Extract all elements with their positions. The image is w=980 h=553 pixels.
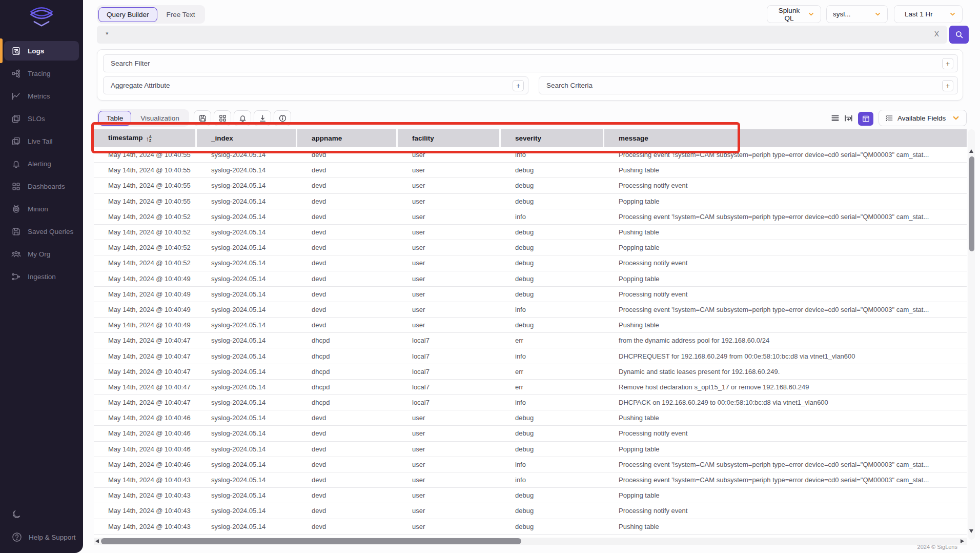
sidebar-item-live-tail[interactable]: Live Tail xyxy=(4,131,79,151)
table-cell: May 14th, 2024 @ 10:40:43 xyxy=(94,472,197,488)
save-query-button[interactable] xyxy=(194,110,211,126)
tab-query-builder[interactable]: Query Builder xyxy=(98,7,157,22)
time-range-dropdown[interactable]: Last 1 Hr xyxy=(894,5,963,23)
search-criteria-box[interactable]: Search Criteria + xyxy=(539,76,958,94)
wrap-line-view-button[interactable] xyxy=(844,113,853,123)
index-dropdown[interactable]: sysl... xyxy=(826,5,888,23)
table-row[interactable]: May 14th, 2024 @ 10:40:52syslog-2024.05.… xyxy=(94,209,967,225)
table-row[interactable]: May 14th, 2024 @ 10:40:55syslog-2024.05.… xyxy=(94,178,967,193)
query-language-dropdown[interactable]: Splunk QL xyxy=(767,5,821,23)
table-cell: devd xyxy=(297,225,398,240)
table-row[interactable]: May 14th, 2024 @ 10:40:47syslog-2024.05.… xyxy=(94,348,967,364)
table-row[interactable]: May 14th, 2024 @ 10:40:55syslog-2024.05.… xyxy=(94,147,967,163)
table-cell: May 14th, 2024 @ 10:40:46 xyxy=(94,442,197,457)
siglens-logo[interactable] xyxy=(0,3,83,30)
tab-visualization[interactable]: Visualization xyxy=(132,111,188,126)
horizontal-scrollbar[interactable] xyxy=(94,538,967,545)
run-search-button[interactable] xyxy=(949,26,969,44)
table-row[interactable]: May 14th, 2024 @ 10:40:43syslog-2024.05.… xyxy=(94,503,967,519)
column-header-index[interactable]: _index xyxy=(197,129,297,147)
add-criteria-button[interactable]: + xyxy=(942,80,953,91)
scroll-left-arrow-icon[interactable] xyxy=(95,539,99,543)
scroll-up-arrow-icon[interactable] xyxy=(969,149,973,153)
table-view-button[interactable] xyxy=(858,112,873,126)
table-row[interactable]: May 14th, 2024 @ 10:40:47syslog-2024.05.… xyxy=(94,333,967,348)
sidebar-item-help-support[interactable]: Help & Support xyxy=(0,531,76,543)
table-row[interactable]: May 14th, 2024 @ 10:40:47syslog-2024.05.… xyxy=(94,395,967,410)
search-input[interactable]: * X xyxy=(97,26,947,44)
column-header-facility[interactable]: facility xyxy=(398,129,501,147)
table-row[interactable]: May 14th, 2024 @ 10:40:49syslog-2024.05.… xyxy=(94,287,967,302)
sidebar-item-logs[interactable]: Logs xyxy=(4,41,79,61)
aggregate-attribute-box[interactable]: Aggregate Attribute + xyxy=(103,76,528,94)
table-row[interactable]: May 14th, 2024 @ 10:40:46syslog-2024.05.… xyxy=(94,426,967,441)
sidebar-item-my-org[interactable]: My Org xyxy=(4,244,79,264)
tab-free-text[interactable]: Free Text xyxy=(158,7,203,22)
sort-asc-icon: ↑AZ xyxy=(146,135,152,143)
alerting-icon xyxy=(11,159,21,169)
column-header-timestamp[interactable]: timestamp↑AZ xyxy=(94,129,197,147)
create-alert-button[interactable] xyxy=(234,110,251,126)
sidebar-item-metrics[interactable]: Metrics xyxy=(4,86,79,106)
info-button[interactable] xyxy=(274,110,291,126)
add-to-dashboard-button[interactable] xyxy=(214,110,231,126)
table-row[interactable]: May 14th, 2024 @ 10:40:55syslog-2024.05.… xyxy=(94,163,967,178)
tab-table[interactable]: Table xyxy=(98,111,131,126)
add-filter-button[interactable]: + xyxy=(942,58,953,69)
sidebar-item-dashboards[interactable]: Dashboards xyxy=(4,176,79,196)
sidebar-item-saved-queries[interactable]: Saved Queries xyxy=(4,222,79,241)
sidebar-item-minion[interactable]: Minion xyxy=(4,199,79,219)
horizontal-scrollbar-thumb[interactable] xyxy=(101,538,521,544)
table-row[interactable]: May 14th, 2024 @ 10:40:43syslog-2024.05.… xyxy=(94,472,967,488)
available-fields-button[interactable]: Available Fields xyxy=(879,110,967,126)
table-cell: May 14th, 2024 @ 10:40:46 xyxy=(94,410,197,426)
table-cell: devd xyxy=(297,302,398,318)
table-cell: user xyxy=(398,472,501,488)
add-aggregate-button[interactable]: + xyxy=(513,80,524,91)
table-row[interactable]: May 14th, 2024 @ 10:40:49syslog-2024.05.… xyxy=(94,271,967,287)
search-criteria-label: Search Criteria xyxy=(546,82,593,89)
clear-search-button[interactable]: X xyxy=(934,30,939,38)
scroll-right-arrow-icon[interactable] xyxy=(961,539,964,543)
table-cell: May 14th, 2024 @ 10:40:47 xyxy=(94,380,197,395)
search-filter-box[interactable]: Search Filter + xyxy=(103,54,958,72)
available-fields-label: Available Fields xyxy=(897,114,946,122)
table-cell: May 14th, 2024 @ 10:40:49 xyxy=(94,302,197,318)
table-cell: May 14th, 2024 @ 10:40:49 xyxy=(94,271,197,287)
vertical-scrollbar-thumb[interactable] xyxy=(969,156,974,251)
table-row[interactable]: May 14th, 2024 @ 10:40:46syslog-2024.05.… xyxy=(94,457,967,472)
download-button[interactable] xyxy=(254,110,271,126)
table-row[interactable]: May 14th, 2024 @ 10:40:47syslog-2024.05.… xyxy=(94,380,967,395)
table-row[interactable]: May 14th, 2024 @ 10:40:52syslog-2024.05.… xyxy=(94,225,967,240)
save-icon xyxy=(198,114,207,123)
sidebar-item-tracing[interactable]: Tracing xyxy=(4,64,79,83)
table-cell: devd xyxy=(297,240,398,255)
column-header-appname[interactable]: appname xyxy=(297,129,398,147)
sidebar-item-alerting[interactable]: Alerting xyxy=(4,154,79,173)
sidebar-item-ingestion[interactable]: Ingestion xyxy=(4,267,79,286)
theme-toggle-button[interactable] xyxy=(0,509,23,520)
table-cell: from the dynamic address pool for 192.16… xyxy=(604,333,967,348)
table-cell: debug xyxy=(501,519,604,535)
column-header-message[interactable]: message xyxy=(604,129,967,147)
scroll-down-arrow-icon[interactable] xyxy=(969,529,973,533)
table-row[interactable]: May 14th, 2024 @ 10:40:46syslog-2024.05.… xyxy=(94,442,967,457)
vertical-scrollbar[interactable] xyxy=(968,129,975,540)
table-row[interactable]: May 14th, 2024 @ 10:40:49syslog-2024.05.… xyxy=(94,318,967,333)
table-cell: user xyxy=(398,271,501,287)
single-line-view-button[interactable] xyxy=(830,113,840,123)
table-cell: debug xyxy=(501,442,604,457)
column-header-label: facility xyxy=(412,134,434,142)
table-row[interactable]: May 14th, 2024 @ 10:40:46syslog-2024.05.… xyxy=(94,410,967,426)
table-row[interactable]: May 14th, 2024 @ 10:40:52syslog-2024.05.… xyxy=(94,240,967,255)
column-header-severity[interactable]: severity xyxy=(501,129,604,147)
table-row[interactable]: May 14th, 2024 @ 10:40:55syslog-2024.05.… xyxy=(94,194,967,209)
ingestion-icon xyxy=(11,272,21,282)
table-row[interactable]: May 14th, 2024 @ 10:40:43syslog-2024.05.… xyxy=(94,488,967,503)
table-cell: devd xyxy=(297,442,398,457)
table-row[interactable]: May 14th, 2024 @ 10:40:52syslog-2024.05.… xyxy=(94,255,967,271)
table-row[interactable]: May 14th, 2024 @ 10:40:47syslog-2024.05.… xyxy=(94,364,967,380)
table-row[interactable]: May 14th, 2024 @ 10:40:43syslog-2024.05.… xyxy=(94,519,967,535)
table-row[interactable]: May 14th, 2024 @ 10:40:49syslog-2024.05.… xyxy=(94,302,967,318)
sidebar-item-slos[interactable]: SLOs xyxy=(4,109,79,128)
